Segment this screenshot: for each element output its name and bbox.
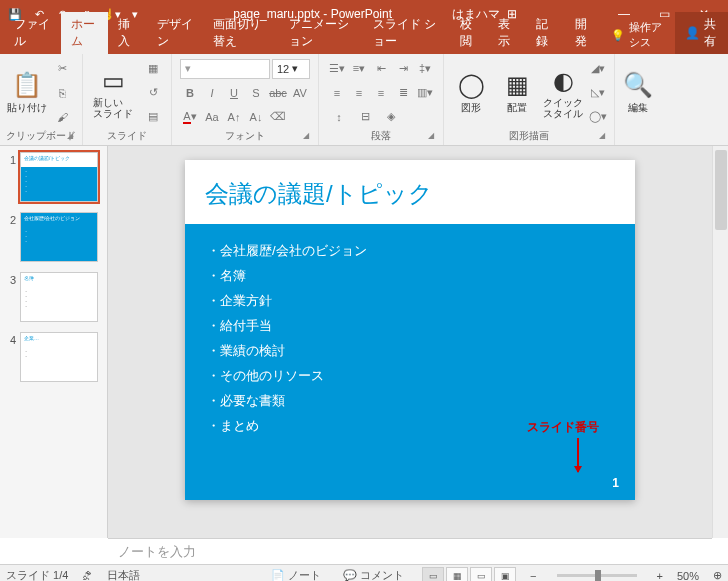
slideshow-view-button[interactable]: ▣ [494,567,516,582]
status-bar: スライド 1/4 ⛐ 日本語 📄 ノート 💬 コメント ▭ ▦ ▭ ▣ − + … [0,564,728,581]
view-buttons: ▭ ▦ ▭ ▣ [422,567,516,582]
current-slide[interactable]: 会議の議題/トピック 会社履歴/会社のビジョン 名簿 企業方針 給付手当 業績の… [185,160,635,500]
thumbnail-slide-2[interactable]: 2 会社履歴/会社のビジョン ・・・ [4,212,103,262]
numbering-button[interactable]: ≡▾ [349,59,369,79]
font-launcher-icon[interactable]: ◢ [300,131,312,143]
notes-placeholder: ノートを入力 [118,544,196,559]
thumbnail-pane[interactable]: 1 会議の議題/トピック ・・・・・ 2 会社履歴/会社のビジョン ・・・ 3 … [0,146,108,538]
tab-developer[interactable]: 開発 [565,12,603,54]
font-color-button[interactable]: A▾ [180,107,200,127]
shapes-button[interactable]: ◯図形 [450,60,492,126]
thumbnail-slide-3[interactable]: 3 名簿 ・・・・ [4,272,103,322]
slide-title-placeholder[interactable]: 会議の議題/トピック [185,160,635,224]
comments-toggle[interactable]: 💬 コメント [339,568,408,581]
new-slide-button[interactable]: ▭ 新しい スライド [89,60,137,126]
shadow-button[interactable]: S [246,83,266,103]
cut-icon[interactable]: ✂ [52,59,72,79]
tell-me-search[interactable]: 💡 操作アシス [603,16,675,54]
tab-record[interactable]: 記録 [526,12,564,54]
tab-animations[interactable]: アニメーション [279,12,363,54]
share-button[interactable]: 👤 共有 [675,12,728,54]
zoom-slider[interactable] [557,574,637,577]
change-case-button[interactable]: Aa [202,107,222,127]
font-size-select[interactable]: 12 ▾ [272,59,310,79]
zoom-in-button[interactable]: + [657,570,663,582]
strikethrough-button[interactable]: abc [268,83,288,103]
bullet-item: 業績の検討 [207,342,613,360]
normal-view-button[interactable]: ▭ [422,567,444,582]
slide-number: 1 [612,476,619,490]
format-painter-icon[interactable]: 🖌 [52,107,72,127]
italic-button[interactable]: I [202,83,222,103]
group-drawing: ◯図形 ▦配置 ◐クイック スタイル ◢▾ ◺▾ ◯▾ 図形描画◢ [444,54,615,145]
thumb-number: 4 [4,332,16,382]
drawing-launcher-icon[interactable]: ◢ [596,131,608,143]
clipboard-launcher-icon[interactable]: ◢ [64,131,76,143]
font-name-select[interactable]: ▾ [180,59,270,79]
tab-transitions[interactable]: 画面切り替え [203,12,278,54]
notes-toggle[interactable]: 📄 ノート [267,568,325,581]
quick-styles-button[interactable]: ◐クイック スタイル [542,60,584,126]
reset-icon[interactable]: ↺ [141,83,165,103]
tab-file[interactable]: ファイル [4,12,61,54]
thumbnail-slide-4[interactable]: 4 企業… ・・ [4,332,103,382]
vertical-scrollbar[interactable] [712,146,728,538]
indent-dec-button[interactable]: ⇤ [371,59,391,79]
arrange-icon: ▦ [506,71,529,99]
shape-effects-button[interactable]: ◯▾ [588,107,608,127]
annotation-arrow [577,438,579,472]
tab-slideshow[interactable]: スライド ショー [363,12,450,54]
spellcheck-icon[interactable]: ⛐ [82,570,93,582]
smartart-button[interactable]: ◈ [379,107,403,127]
text-direction-button[interactable]: ↕ [327,107,351,127]
shape-outline-button[interactable]: ◺▾ [588,83,608,103]
tab-review[interactable]: 校閲 [450,12,488,54]
group-font-label: フォント [225,129,265,143]
char-spacing-button[interactable]: AV [290,83,310,103]
thumb-preview: 企業… ・・ [20,332,98,382]
bullet-item: 必要な書類 [207,392,613,410]
arrange-button[interactable]: ▦配置 [496,60,538,126]
group-slides: ▭ 新しい スライド ▦ ↺ ▤ スライド [83,54,172,145]
language-indicator[interactable]: 日本語 [107,568,140,581]
editing-button[interactable]: 🔍編集 [621,60,655,126]
scrollbar-thumb[interactable] [715,150,727,230]
bullets-button[interactable]: ☰▾ [327,59,347,79]
underline-button[interactable]: U [224,83,244,103]
section-icon[interactable]: ▤ [141,107,165,127]
zoom-level[interactable]: 50% [677,570,699,582]
reading-view-button[interactable]: ▭ [470,567,492,582]
tab-insert[interactable]: 挿入 [108,12,146,54]
align-text-button[interactable]: ⊟ [353,107,377,127]
paste-button[interactable]: 📋 貼り付け [6,60,48,126]
thumbnail-slide-1[interactable]: 1 会議の議題/トピック ・・・・・ [4,152,103,202]
align-right-button[interactable]: ≡ [371,83,391,103]
bullet-item: 名簿 [207,267,613,285]
thumb-preview: 名簿 ・・・・ [20,272,98,322]
shape-fill-button[interactable]: ◢▾ [588,59,608,79]
line-spacing-button[interactable]: ‡▾ [415,59,435,79]
slide-editing-area[interactable]: 会議の議題/トピック 会社履歴/会社のビジョン 名簿 企業方針 給付手当 業績の… [108,146,712,538]
indent-inc-button[interactable]: ⇥ [393,59,413,79]
clear-format-button[interactable]: ⌫ [268,107,288,127]
grow-font-button[interactable]: A↑ [224,107,244,127]
slide-indicator[interactable]: スライド 1/4 [6,568,68,581]
tab-home[interactable]: ホーム [61,12,109,54]
shrink-font-button[interactable]: A↓ [246,107,266,127]
zoom-out-button[interactable]: − [530,570,536,582]
copy-icon[interactable]: ⎘ [52,83,72,103]
align-center-button[interactable]: ≡ [349,83,369,103]
paragraph-launcher-icon[interactable]: ◢ [425,131,437,143]
group-editing: 🔍編集 [615,54,661,145]
notes-pane[interactable]: ノートを入力 [108,538,712,564]
tab-design[interactable]: デザイン [147,12,204,54]
sorter-view-button[interactable]: ▦ [446,567,468,582]
quick-styles-icon: ◐ [553,67,574,95]
align-left-button[interactable]: ≡ [327,83,347,103]
tab-view[interactable]: 表示 [488,12,526,54]
fit-to-window-button[interactable]: ⊕ [713,569,722,581]
columns-button[interactable]: ▥▾ [415,83,435,103]
justify-button[interactable]: ≣ [393,83,413,103]
layout-icon[interactable]: ▦ [141,59,165,79]
bold-button[interactable]: B [180,83,200,103]
